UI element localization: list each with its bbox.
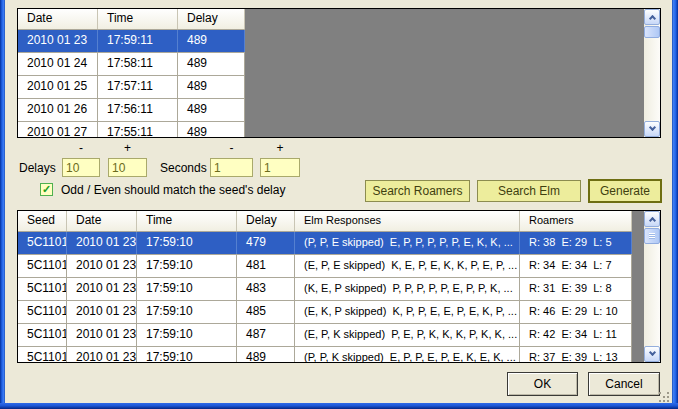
table-row[interactable]: 5C1101E9 2010 01 23 17:59:10 479 (P, P, … — [18, 232, 632, 255]
cell-delay: 489 — [178, 99, 245, 121]
cancel-button[interactable]: Cancel — [588, 372, 660, 396]
cell-time: 17:55:11 — [98, 122, 178, 137]
header-delay[interactable]: Delay — [237, 211, 295, 231]
header-date[interactable]: Date — [67, 211, 137, 231]
cell-date: 2010 01 26 — [18, 99, 98, 121]
cell-elm-responses: (P, P, K skipped) E, P, P, E, P, E, K, E… — [295, 347, 520, 362]
header-roamers[interactable]: Roamers — [520, 211, 632, 231]
resize-grip[interactable] — [659, 392, 661, 394]
cell-delay: 489 — [178, 76, 245, 98]
cell-date: 2010 01 23 — [67, 232, 137, 254]
seconds-plus-input[interactable] — [260, 158, 300, 177]
empty-area — [632, 211, 644, 362]
table-row[interactable]: 5C1101F1 2010 01 23 17:59:10 487 (E, P, … — [18, 324, 632, 347]
cell-seed: 5C1101F3 — [18, 347, 67, 362]
cell-roamers: R: 38 E: 29 L: 5 — [520, 232, 632, 254]
cell-date: 2010 01 24 — [18, 53, 98, 75]
odd-even-checkbox-label: Odd / Even should match the seed's delay — [61, 183, 285, 197]
cell-date: 2010 01 23 — [18, 30, 98, 52]
cell-date: 2010 01 27 — [18, 122, 98, 137]
table-row[interactable]: 5C1101EB 2010 01 23 17:59:10 481 (E, P, … — [18, 255, 632, 278]
cell-time: 17:59:10 — [137, 255, 237, 277]
cell-elm-responses: (K, E, P skipped) P, P, P, P, P, E, P, P… — [295, 278, 520, 300]
scrollbar-thumb[interactable] — [644, 26, 660, 38]
chevron-down-icon — [649, 349, 656, 356]
vertical-scrollbar[interactable] — [644, 211, 660, 362]
seconds-minus-input[interactable] — [210, 158, 253, 177]
cell-time: 17:59:10 — [137, 278, 237, 300]
header-delay[interactable]: Delay — [178, 9, 245, 29]
cell-delay: 481 — [237, 255, 295, 277]
header-time[interactable]: Time — [137, 211, 237, 231]
scroll-down-button[interactable] — [644, 346, 660, 362]
cell-delay: 489 — [178, 53, 245, 75]
cell-date: 2010 01 23 — [67, 324, 137, 346]
cell-date: 2010 01 23 — [67, 301, 137, 323]
delays-plus-input[interactable] — [108, 158, 147, 177]
table-row[interactable]: 2010 01 24 17:58:11 489 — [18, 53, 245, 76]
header-date[interactable]: Date — [18, 9, 98, 29]
scroll-up-button[interactable] — [644, 9, 660, 25]
results-table: Seed Date Time Delay Elm Responses Roame… — [17, 210, 661, 363]
cell-elm-responses: (E, K, P skipped) K, P, P, E, E, P, E, K… — [295, 301, 520, 323]
delays-table: Date Time Delay 2010 01 23 17:59:11 489 … — [17, 8, 661, 138]
cell-roamers: R: 34 E: 34 L: 7 — [520, 255, 632, 277]
cell-delay: 485 — [237, 301, 295, 323]
delays-table-columns: Date Time Delay 2010 01 23 17:59:11 489 … — [18, 9, 245, 137]
cell-time: 17:59:10 — [137, 232, 237, 254]
ok-button[interactable]: OK — [507, 372, 578, 396]
scrollbar-thumb[interactable] — [644, 228, 660, 244]
seconds-minus-sign: - — [210, 141, 253, 155]
cell-delay: 479 — [237, 232, 295, 254]
seconds-label: Seconds — [160, 161, 207, 175]
delays-minus-input[interactable] — [62, 158, 100, 177]
cell-seed: 5C1101EB — [18, 255, 67, 277]
scroll-down-button[interactable] — [644, 121, 660, 137]
generate-button[interactable]: Generate — [588, 179, 662, 203]
odd-even-checkbox[interactable]: ✓ — [40, 183, 53, 196]
search-elm-button[interactable]: Search Elm — [477, 180, 581, 202]
cell-time: 17:59:11 — [98, 30, 178, 52]
window-border-left — [0, 0, 5, 409]
cell-elm-responses: (P, P, E skipped) E, P, P, P, P, P, E, K… — [295, 232, 520, 254]
cell-time: 17:59:10 — [137, 324, 237, 346]
cell-date: 2010 01 23 — [67, 255, 137, 277]
cell-elm-responses: (E, P, K skipped) P, E, P, K, K, K, P, K… — [295, 324, 520, 346]
scroll-up-button[interactable] — [644, 211, 660, 227]
header-seed[interactable]: Seed — [18, 211, 67, 231]
chevron-down-icon — [649, 124, 656, 131]
cell-seed: 5C1101ED — [18, 278, 67, 300]
cell-delay: 487 — [237, 324, 295, 346]
table-row[interactable]: 2010 01 23 17:59:11 489 — [18, 30, 245, 53]
table-row[interactable]: 5C1101EF 2010 01 23 17:59:10 485 (E, K, … — [18, 301, 632, 324]
table-row[interactable]: 2010 01 27 17:55:11 489 — [18, 122, 245, 137]
chevron-up-icon — [649, 217, 656, 224]
cell-roamers: R: 31 E: 39 L: 8 — [520, 278, 632, 300]
table-row[interactable]: 5C1101F3 2010 01 23 17:59:10 489 (P, P, … — [18, 347, 632, 362]
window-border-right — [672, 0, 678, 409]
delays-plus-sign: + — [108, 141, 147, 155]
header-elm-responses[interactable]: Elm Responses — [295, 211, 520, 231]
results-table-header: Seed Date Time Delay Elm Responses Roame… — [18, 211, 632, 232]
table-row[interactable]: 2010 01 25 17:57:11 489 — [18, 76, 245, 99]
dialog-window: Date Time Delay 2010 01 23 17:59:11 489 … — [0, 0, 678, 409]
vertical-scrollbar[interactable] — [644, 9, 660, 137]
cell-time: 17:59:10 — [137, 347, 237, 362]
results-table-columns: Seed Date Time Delay Elm Responses Roame… — [18, 211, 632, 362]
thumb-grip-icon — [649, 233, 655, 239]
cell-delay: 489 — [237, 347, 295, 362]
table-row[interactable]: 5C1101ED 2010 01 23 17:59:10 483 (K, E, … — [18, 278, 632, 301]
cell-delay: 489 — [178, 122, 245, 137]
cell-roamers: R: 37 E: 39 L: 13 — [520, 347, 632, 362]
cell-date: 2010 01 25 — [18, 76, 98, 98]
cell-seed: 5C1101EF — [18, 301, 67, 323]
cell-roamers: R: 42 E: 34 L: 11 — [520, 324, 632, 346]
cell-seed: 5C1101E9 — [18, 232, 67, 254]
delays-label: Delays — [19, 161, 56, 175]
table-row[interactable]: 2010 01 26 17:56:11 489 — [18, 99, 245, 122]
seconds-plus-sign: + — [260, 141, 300, 155]
cell-delay: 483 — [237, 278, 295, 300]
search-roamers-button[interactable]: Search Roamers — [365, 180, 470, 202]
checkmark-icon: ✓ — [42, 183, 51, 195]
header-time[interactable]: Time — [98, 9, 178, 29]
